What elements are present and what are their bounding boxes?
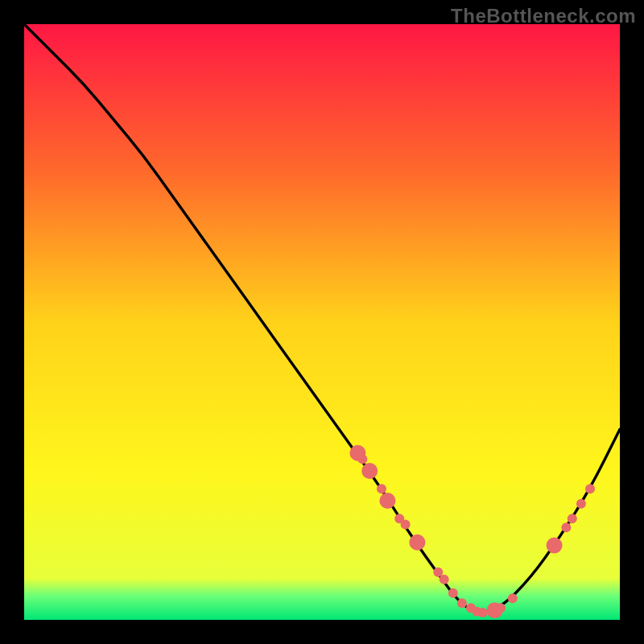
data-marker [379, 493, 395, 509]
data-marker [357, 454, 367, 464]
chart-background [24, 24, 620, 620]
data-marker [409, 535, 425, 551]
chart-svg [24, 24, 620, 620]
data-marker [401, 520, 411, 530]
plot-area [24, 24, 620, 620]
data-marker [440, 575, 449, 584]
data-marker [496, 603, 506, 613]
chart-container: TheBottleneck.com [0, 0, 644, 644]
data-marker [478, 608, 488, 617]
data-marker [576, 499, 586, 509]
data-marker [561, 522, 571, 532]
data-marker [547, 538, 563, 554]
data-marker [457, 598, 467, 608]
data-marker [361, 463, 378, 479]
data-marker [508, 593, 518, 603]
data-marker [377, 484, 386, 493]
data-marker [448, 588, 458, 598]
data-marker [568, 514, 577, 523]
data-marker [585, 484, 595, 493]
